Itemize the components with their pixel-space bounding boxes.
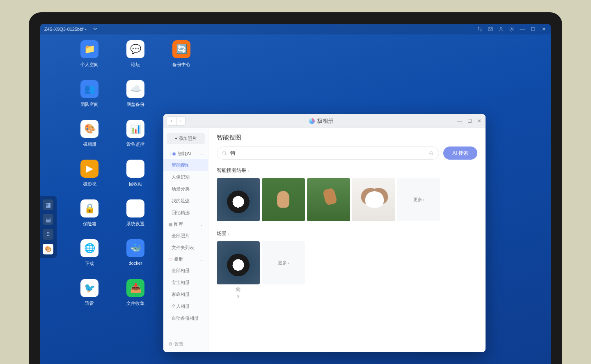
app-tile-icon: 🔒 bbox=[80, 199, 98, 217]
results-header[interactable]: 智能搜图结果 › bbox=[217, 167, 477, 174]
chevron-right-icon: › bbox=[288, 261, 289, 266]
album-icon: ▭ bbox=[168, 256, 172, 262]
ai-icon: ❘◉ bbox=[168, 151, 176, 156]
app-tile-icon: 📊 bbox=[126, 120, 144, 138]
svg-point-1 bbox=[500, 27, 502, 29]
sidebar-item-all-photos[interactable]: 全部照片 bbox=[163, 230, 208, 242]
desktop-icon-回收站[interactable]: 🗑回收站 bbox=[123, 160, 148, 187]
add-photos-button[interactable]: + 添加照片 bbox=[167, 133, 205, 144]
nav-btns: ‹ › bbox=[167, 117, 186, 126]
menubar: Z4S-X9Q3-0125bbf ▾ — ✕ bbox=[40, 24, 551, 34]
desktop-icon-文件收集[interactable]: 📥文件收集 bbox=[123, 279, 148, 307]
sidebar-settings-button[interactable]: ⚙ 设置 bbox=[163, 336, 208, 352]
more-results-button[interactable]: 更多 › bbox=[397, 178, 440, 221]
desktop-icon-label: 极影视 bbox=[83, 181, 96, 187]
scene-header[interactable]: 场景 › bbox=[217, 230, 477, 237]
desktop-icon-团队空间[interactable]: 👥团队空间 bbox=[77, 80, 102, 108]
app-tile-icon: 💬 bbox=[126, 40, 144, 58]
desktop-icon-label: 回收站 bbox=[129, 181, 142, 187]
window-controls: — ☐ ✕ bbox=[457, 118, 482, 124]
svg-line-5 bbox=[225, 154, 227, 155]
app-tile-icon: ⚙ bbox=[126, 199, 144, 217]
app-body: + 添加照片 ❘◉ 智能AI ⌄ 智能搜图 人像识别 场景分类 我的足迹 回忆精… bbox=[163, 128, 486, 352]
wifi-icon[interactable] bbox=[92, 26, 98, 32]
hostname-label: Z4S-X9Q3-0125bbf bbox=[44, 27, 83, 32]
desktop-icon-极影视[interactable]: ▶极影视 bbox=[77, 160, 102, 187]
scene-row: 狗 3 更多 › bbox=[217, 241, 477, 299]
ai-search-button[interactable]: AI 搜索 bbox=[443, 147, 477, 160]
results-header-label: 智能搜图结果 bbox=[217, 167, 246, 174]
sidebar-item-baby-album[interactable]: 宝宝相册 bbox=[163, 277, 208, 288]
desktop-icon-保险箱[interactable]: 🔒保险箱 bbox=[77, 199, 102, 227]
mail-icon[interactable] bbox=[488, 26, 493, 32]
desktop-icon-备份中心[interactable]: 🔄备份中心 bbox=[169, 40, 194, 68]
desktop-icon-label: 设备监控 bbox=[126, 141, 144, 147]
clear-search-icon[interactable]: ⊖ bbox=[429, 150, 434, 156]
app-tile-icon: 🗑 bbox=[126, 160, 144, 178]
desktop-icon-label: 文件收集 bbox=[126, 300, 144, 307]
nav-back-button[interactable]: ‹ bbox=[167, 117, 176, 125]
sidebar-section-albums[interactable]: ▭ 相册 ⌄ bbox=[163, 254, 208, 265]
sidebar-item-backup-album[interactable]: 自动备份相册 bbox=[163, 312, 208, 324]
desktop-icon-docker[interactable]: 🐳docker bbox=[123, 239, 148, 267]
desktop-icon-论坛[interactable]: 💬论坛 bbox=[123, 40, 148, 68]
sidebar-item-family-album[interactable]: 家庭相册 bbox=[163, 288, 208, 300]
sidebar-item-folders[interactable]: 文件夹列表 bbox=[163, 242, 208, 254]
sidebar-item-smart-search[interactable]: 智能搜图 bbox=[163, 159, 208, 171]
result-thumb[interactable] bbox=[307, 178, 350, 221]
search-box[interactable]: ⊖ bbox=[217, 147, 439, 160]
sidebar-section-ai[interactable]: ❘◉ 智能AI ⌄ bbox=[163, 148, 208, 159]
result-thumb[interactable] bbox=[262, 178, 305, 221]
chevron-down-icon: ⌄ bbox=[200, 152, 203, 156]
desktop-icon-下载[interactable]: 🌐下载 bbox=[77, 239, 102, 267]
close-icon[interactable]: ✕ bbox=[541, 26, 547, 32]
desktop-icon-网盘备份[interactable]: ☁️网盘备份 bbox=[123, 80, 148, 108]
scene-header-label: 场景 bbox=[217, 230, 227, 237]
desktop-icon-个人空间[interactable]: 📁个人空间 bbox=[77, 40, 102, 68]
dock-icon-grid[interactable]: ▤ bbox=[43, 214, 53, 225]
app-tile-icon: 🐳 bbox=[126, 239, 144, 257]
more-scenes-button[interactable]: 更多 › bbox=[262, 241, 305, 284]
sidebar-section-library[interactable]: ▦ 图库 ⌄ bbox=[163, 219, 208, 230]
app-tile-icon: 📁 bbox=[80, 40, 98, 58]
maximize-icon[interactable] bbox=[530, 26, 536, 32]
desktop-icon-设备监控[interactable]: 📊设备监控 bbox=[123, 120, 148, 147]
sidebar-item-all-albums[interactable]: 全部相册 bbox=[163, 265, 208, 277]
desktop-icon-label: 论坛 bbox=[131, 62, 140, 68]
sidebar-item-footprints[interactable]: 我的足迹 bbox=[163, 195, 208, 207]
nav-forward-button[interactable]: › bbox=[176, 117, 185, 125]
transfer-icon[interactable] bbox=[477, 26, 483, 32]
more-label: 更多 bbox=[278, 260, 287, 266]
sidebar-item-scene-classify[interactable]: 场景分类 bbox=[163, 183, 208, 195]
result-thumb[interactable] bbox=[217, 178, 260, 221]
desktop-icon-迅雷[interactable]: 🐦迅雷 bbox=[77, 279, 102, 307]
gear-icon[interactable] bbox=[509, 26, 515, 32]
result-thumb[interactable] bbox=[352, 178, 395, 221]
main-content: 智能搜图 ⊖ AI 搜索 智能搜图结果 › bbox=[208, 128, 486, 352]
dock-icon-apps[interactable]: ⠿ bbox=[43, 229, 53, 240]
minimize-icon[interactable]: — bbox=[520, 26, 525, 32]
desktop-icon-系统设置[interactable]: ⚙系统设置 bbox=[123, 199, 148, 227]
desktop-icon-label: 备份中心 bbox=[172, 62, 190, 68]
sidebar-item-face-recognition[interactable]: 人像识别 bbox=[163, 171, 208, 183]
chevron-right-icon: › bbox=[248, 168, 249, 173]
desktop-icon-label: 下载 bbox=[85, 261, 94, 267]
desktop-icon-极相册[interactable]: 🎨极相册 bbox=[77, 120, 102, 147]
scene-thumb bbox=[217, 241, 260, 284]
win-minimize-button[interactable]: — bbox=[457, 118, 463, 124]
win-close-button[interactable]: ✕ bbox=[476, 118, 482, 124]
sidebar-item-personal-album[interactable]: 个人相册 bbox=[163, 300, 208, 312]
search-input[interactable] bbox=[230, 150, 426, 156]
search-row: ⊖ AI 搜索 bbox=[217, 147, 477, 160]
app-tile-icon: ▶ bbox=[80, 160, 98, 178]
user-icon[interactable] bbox=[498, 26, 504, 32]
scene-item[interactable]: 狗 3 bbox=[217, 241, 260, 299]
dock-icon-photos[interactable]: 🎨 bbox=[43, 244, 53, 254]
sidebar-item-memories[interactable]: 回忆精选 bbox=[163, 207, 208, 219]
left-dock: ▦ ▤ ⠿ 🎨 bbox=[40, 196, 57, 258]
win-maximize-button[interactable]: ☐ bbox=[467, 118, 472, 124]
chevron-down-icon: ⌄ bbox=[200, 257, 203, 261]
dock-icon-launcher[interactable]: ▦ bbox=[43, 199, 53, 210]
hostname-menu[interactable]: Z4S-X9Q3-0125bbf ▾ bbox=[44, 27, 87, 32]
gear-icon: ⚙ bbox=[168, 341, 172, 347]
